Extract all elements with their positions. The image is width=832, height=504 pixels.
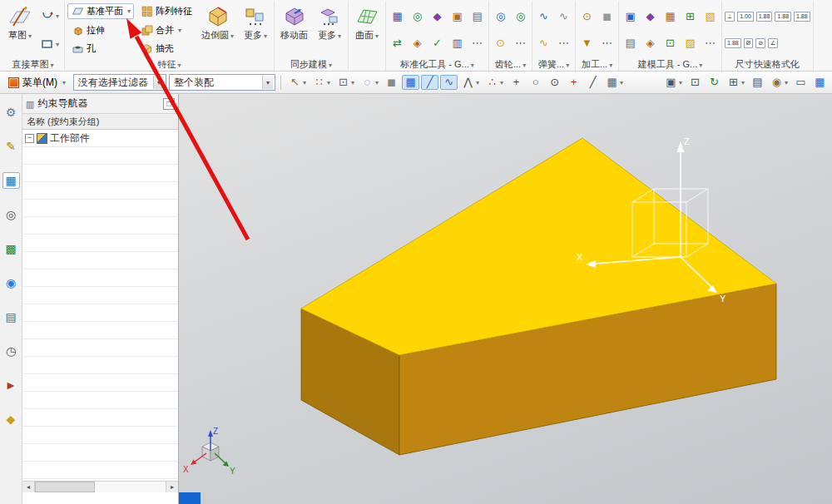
model-tool-plus-icon[interactable]: ⊞: [681, 9, 699, 24]
part-family-icon[interactable]: ▣: [448, 9, 466, 24]
panel-undock-button[interactable]: [163, 98, 175, 110]
horizontal-scrollbar[interactable]: [22, 481, 178, 492]
stock-block-icon[interactable]: ◼: [598, 9, 616, 24]
gear-more-icon[interactable]: ⋯: [512, 36, 529, 51]
dim-chip-188b-icon[interactable]: 1.88: [775, 12, 791, 22]
window-icon[interactable]: ▣: [662, 75, 685, 90]
selection-scope-dropdown[interactable]: 整个装配▾: [169, 74, 275, 91]
command-finder-icon[interactable]: ▦: [811, 75, 829, 90]
group-footer-feature[interactable]: 特征: [67, 58, 271, 71]
sketch-button[interactable]: 草图: [4, 2, 36, 58]
curve-snap-icon[interactable]: ∿: [440, 75, 458, 90]
machining-more-icon[interactable]: ⋯: [598, 36, 616, 51]
scene-3d[interactable]: Z X Y Z X: [179, 94, 832, 504]
display-monitor-icon[interactable]: ▭: [792, 75, 810, 90]
process-arrow-icon[interactable]: ►: [2, 377, 20, 393]
hole-button[interactable]: 孔: [67, 41, 134, 57]
model-tool-diamond-icon[interactable]: ◆: [641, 9, 659, 24]
spring-gray-icon[interactable]: ∿: [555, 9, 572, 24]
reuse-library-icon[interactable]: ◉: [2, 274, 20, 291]
dim-chip-100-icon[interactable]: 1.00: [737, 12, 754, 22]
datum-plane-button[interactable]: 基准平面: [67, 3, 134, 19]
part-navigator-icon[interactable]: ▩: [2, 240, 20, 257]
gear-blue-icon[interactable]: ◎: [492, 9, 509, 24]
std-more-icon[interactable]: ⋯: [468, 36, 486, 51]
tools-diamond-icon[interactable]: ◆: [2, 411, 20, 427]
list-tool-icon[interactable]: ▤: [468, 9, 486, 24]
snap-cube-icon[interactable]: ▦: [402, 75, 419, 90]
spring-more-icon[interactable]: ⋯: [555, 36, 572, 51]
dim-perpendicular-icon[interactable]: ⊥: [725, 12, 735, 22]
roles-gear-icon[interactable]: ⚙: [2, 104, 20, 121]
selection-filter-dropdown[interactable]: 没有选择过滤器▾: [73, 74, 166, 91]
model-tool-rows-icon[interactable]: ▤: [622, 36, 639, 51]
move-face-button[interactable]: 移动面: [277, 2, 311, 58]
polyline-snap-icon[interactable]: ⋀: [459, 75, 482, 90]
cross-snap-icon[interactable]: +: [565, 75, 582, 90]
work-part-row[interactable]: 工作部件: [22, 130, 178, 147]
group-footer-std-tools[interactable]: 标准化工具 - G...: [389, 58, 486, 71]
gear-pair-icon[interactable]: ◎: [409, 9, 426, 24]
model-tool-grid-icon[interactable]: ▦: [661, 9, 679, 24]
model-tool-gem-icon[interactable]: ◈: [641, 36, 659, 51]
surface-button[interactable]: 曲面: [351, 2, 383, 58]
spring-blue-icon[interactable]: ∿: [535, 9, 552, 24]
more-feature-button[interactable]: 更多: [240, 2, 271, 58]
model-tool-box-icon[interactable]: ⊡: [661, 36, 679, 51]
gear-green-icon[interactable]: ◎: [512, 9, 529, 24]
report-tool-icon[interactable]: ▥: [448, 36, 466, 51]
edge-blend-button[interactable]: 边倒圆: [198, 2, 237, 58]
tree-collapse-icon[interactable]: [25, 134, 34, 143]
shaded-cube-icon[interactable]: ◼: [383, 75, 400, 90]
gear-yellow-icon[interactable]: ⊙: [492, 36, 509, 51]
center-snap-icon[interactable]: ⊙: [546, 75, 563, 90]
dim-angle-icon[interactable]: ∠: [768, 38, 778, 48]
graphics-viewport[interactable]: Z X Y Z X: [179, 94, 832, 504]
group-footer-modeling-tools[interactable]: 建模工具 - G...: [622, 58, 719, 71]
group-footer-machining[interactable]: 加工...: [578, 58, 616, 71]
layout-grid-icon[interactable]: ⊞: [725, 75, 747, 90]
gesture-select-icon[interactable]: ∷: [310, 75, 333, 90]
dim-chip-188d-icon[interactable]: 1.88: [725, 38, 741, 48]
select-arrow-icon[interactable]: ↖: [286, 75, 309, 90]
point-cluster-snap-icon[interactable]: ∴: [483, 75, 506, 90]
view-palette-icon[interactable]: ▤: [2, 309, 20, 325]
group-footer-spring[interactable]: 弹簧...: [535, 58, 572, 71]
circle-snap-icon[interactable]: ○: [527, 75, 544, 90]
model-tool-hatch-icon[interactable]: ▧: [701, 9, 719, 24]
scroll-right-button[interactable]: [166, 482, 178, 492]
panel-rows-icon[interactable]: ▤: [749, 75, 766, 90]
menu-button[interactable]: 菜单(M): [3, 73, 71, 91]
group-footer-gear[interactable]: 齿轮...: [492, 58, 529, 71]
history-clock-icon[interactable]: ◷: [2, 343, 20, 359]
line-snap-icon[interactable]: ╱: [421, 75, 438, 90]
spring-yellow-icon[interactable]: ∿: [535, 36, 552, 51]
dim-diameter-icon[interactable]: Ø: [744, 38, 753, 48]
attribute-tool-icon[interactable]: ◈: [409, 36, 426, 51]
solid-block[interactable]: [301, 138, 776, 455]
pattern-feature-button[interactable]: 阵列特征: [136, 3, 196, 19]
spline-tool-icon[interactable]: [38, 8, 62, 23]
column-header[interactable]: 名称 (按约束分组): [22, 114, 178, 130]
scroll-left-button[interactable]: [22, 482, 35, 492]
constraint-navigator-icon[interactable]: ◎: [2, 206, 20, 223]
group-footer-direct-sketch[interactable]: 直接草图: [4, 58, 62, 71]
scrollbar-thumb[interactable]: [35, 482, 95, 492]
drill-icon[interactable]: ▼: [578, 36, 596, 51]
dim-chip-188c-icon[interactable]: 1.88: [794, 12, 810, 22]
fit-view-icon[interactable]: ⊡: [686, 75, 704, 90]
midpoint-snap-icon[interactable]: +: [508, 75, 525, 90]
more-sync-button[interactable]: 更多: [314, 2, 345, 58]
extrude-button[interactable]: 拉伸: [67, 22, 134, 38]
assembly-navigator-icon[interactable]: ▦: [2, 172, 20, 189]
check-tool-icon[interactable]: ✓: [428, 36, 446, 51]
rect-select-icon[interactable]: ⊡: [334, 75, 357, 90]
model-tool-shade-icon[interactable]: ▨: [681, 36, 699, 51]
dim-chip-188a-icon[interactable]: 1.88: [756, 12, 773, 22]
model-more-icon[interactable]: ⋯: [701, 36, 719, 51]
group-footer-dim-format[interactable]: 尺寸快速格式化: [725, 58, 810, 71]
unite-button[interactable]: 合并: [136, 22, 196, 38]
model-tool-block-icon[interactable]: ▣: [622, 9, 639, 24]
orient-sphere-icon[interactable]: ◉: [768, 75, 790, 90]
touch-pen-icon[interactable]: ✎: [2, 138, 20, 155]
